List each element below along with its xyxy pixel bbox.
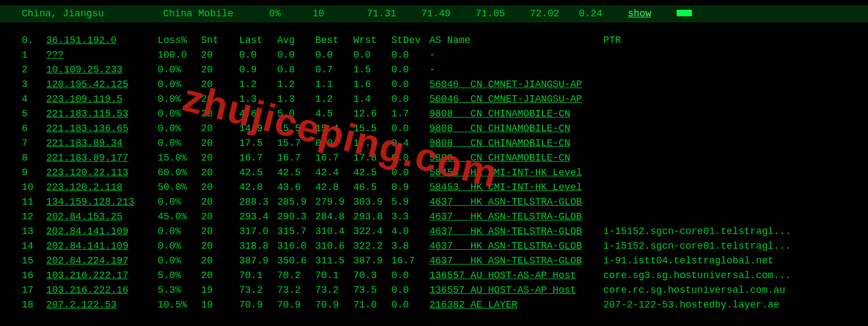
hop-last: 70.9 bbox=[239, 298, 277, 312]
hop-row: 15202.84.224.1970.0%20387.9350.6311.5387… bbox=[0, 254, 868, 268]
col-ip[interactable]: 36.151.192.0 bbox=[46, 33, 158, 48]
hop-avg: 73.2 bbox=[277, 283, 315, 298]
summary-wrst: 72.02 bbox=[530, 7, 579, 21]
hop-snt: 20 bbox=[201, 77, 239, 92]
hop-stdev: 3.3 bbox=[391, 210, 429, 224]
summary-stdev: 0.24 bbox=[579, 7, 628, 21]
hop-stdev: 0.0 bbox=[391, 63, 429, 77]
hop-snt: 20 bbox=[201, 107, 239, 121]
hop-as[interactable]: 4637 HK ASN-TELSTRA-GLOB bbox=[429, 254, 603, 268]
hop-as[interactable]: 4637 HK ASN-TELSTRA-GLOB bbox=[429, 195, 603, 210]
hop-best: 1.1 bbox=[315, 77, 353, 92]
hop-last: 42.8 bbox=[239, 180, 277, 195]
hop-stdev: 0.0 bbox=[391, 298, 429, 312]
hop-loss: 0.0% bbox=[158, 77, 201, 92]
hop-snt: 20 bbox=[201, 254, 239, 268]
hop-row: 14202.84.141.1090.0%20318.8316.0310.6322… bbox=[0, 239, 868, 254]
hop-as[interactable]: 9808 CN CHINAMOBILE-CN bbox=[429, 151, 603, 165]
hop-ip[interactable]: 221.183.89.34 bbox=[46, 136, 158, 151]
hop-loss: 0.0% bbox=[158, 121, 201, 136]
hop-stdev: 0.0 bbox=[391, 283, 429, 298]
hop-ip[interactable]: 202.84.153.25 bbox=[46, 210, 158, 224]
hop-last: 293.4 bbox=[239, 210, 277, 224]
hop-index: 3 bbox=[0, 77, 46, 92]
hop-as[interactable]: 9808 CN CHINAMOBILE-CN bbox=[429, 121, 603, 136]
hop-wrst: 42.5 bbox=[353, 165, 391, 180]
show-link[interactable]: show bbox=[628, 7, 677, 21]
hop-ip[interactable]: 10.109.25.233 bbox=[46, 63, 158, 77]
hop-loss: 10.5% bbox=[158, 298, 201, 312]
hop-row: 16103.216.222.175.0%2070.170.270.170.30.… bbox=[0, 268, 868, 283]
hop-as[interactable]: 4637 HK ASN-TELSTRA-GLOB bbox=[429, 239, 603, 254]
col-loss: Loss% bbox=[158, 33, 201, 48]
hop-ip[interactable]: 221.183.89.177 bbox=[46, 151, 158, 165]
hop-stdev: 4.0 bbox=[391, 224, 429, 239]
hop-wrst: 0.0 bbox=[353, 48, 391, 63]
hop-snt: 20 bbox=[201, 268, 239, 283]
col-last: Last bbox=[239, 33, 277, 48]
hop-ip[interactable]: 103.216.222.17 bbox=[46, 268, 158, 283]
hop-ip[interactable]: 202.84.141.109 bbox=[46, 224, 158, 239]
hop-ip[interactable]: 223.109.119.5 bbox=[46, 92, 158, 107]
hop-best: 4.5 bbox=[315, 107, 353, 121]
hop-ip[interactable]: 223.120.22.113 bbox=[46, 165, 158, 180]
hop-ip[interactable]: 134.159.128.213 bbox=[46, 195, 158, 210]
hop-last: 14.9 bbox=[239, 121, 277, 136]
hop-last: 0.0 bbox=[239, 48, 277, 63]
hop-as[interactable]: 58453 HK CMI-INT-HK Level bbox=[429, 165, 603, 180]
hop-wrst: 70.3 bbox=[353, 268, 391, 283]
hop-stdev: 0.0 bbox=[391, 268, 429, 283]
hop-as[interactable]: 58453 HK CMI-INT-HK Level bbox=[429, 180, 603, 195]
hop-last: 16.7 bbox=[239, 151, 277, 165]
hop-ip[interactable]: 202.84.141.109 bbox=[46, 239, 158, 254]
hop-loss: 0.0% bbox=[158, 224, 201, 239]
hop-ip[interactable]: 207.2.122.53 bbox=[46, 298, 158, 312]
hop-stdev: 0.0 bbox=[391, 165, 429, 180]
hop-as[interactable]: 4637 HK ASN-TELSTRA-GLOB bbox=[429, 210, 603, 224]
hop-avg: 315.7 bbox=[277, 224, 315, 239]
hop-best: 0.0 bbox=[315, 48, 353, 63]
hops-list: 1???100.0200.00.00.00.00.0-210.109.25.23… bbox=[0, 48, 868, 312]
hop-index: 10 bbox=[0, 180, 46, 195]
col-avg: Avg bbox=[277, 33, 315, 48]
hop-as[interactable]: 9808 CN CHINAMOBILE-CN bbox=[429, 107, 603, 121]
hop-loss: 0.0% bbox=[158, 239, 201, 254]
hop-snt: 19 bbox=[201, 283, 239, 298]
hop-best: 310.6 bbox=[315, 239, 353, 254]
hop-wrst: 73.5 bbox=[353, 283, 391, 298]
hop-stdev: 5.9 bbox=[391, 195, 429, 210]
hop-as[interactable]: 9808 CN CHINAMOBILE-CN bbox=[429, 136, 603, 151]
hop-as[interactable]: 4637 HK ASN-TELSTRA-GLOB bbox=[429, 224, 603, 239]
summary-best: 71.05 bbox=[476, 7, 530, 21]
hop-loss: 0.0% bbox=[158, 63, 201, 77]
hop-avg: 15.7 bbox=[277, 136, 315, 151]
hop-ptr: 207-2-122-53.hostedby.layer.ae bbox=[603, 298, 868, 312]
hop-loss: 0.0% bbox=[158, 107, 201, 121]
hop-ip[interactable]: 202.84.224.197 bbox=[46, 254, 158, 268]
hop-snt: 20 bbox=[201, 92, 239, 107]
hop-ip[interactable]: 221.183.136.65 bbox=[46, 121, 158, 136]
hop-ip[interactable]: 223.120.2.118 bbox=[46, 180, 158, 195]
hop-as[interactable]: 216382 AE LAYER bbox=[429, 298, 603, 312]
hop-snt: 20 bbox=[201, 151, 239, 165]
hop-ip[interactable]: 120.195.42.125 bbox=[46, 77, 158, 92]
col-ptr: PTR bbox=[603, 33, 868, 48]
hop-ip[interactable]: 103.216.222.16 bbox=[46, 283, 158, 298]
hop-ip[interactable]: ??? bbox=[46, 48, 158, 63]
col-snt: Snt bbox=[201, 33, 239, 48]
hop-ip[interactable]: 221.183.115.53 bbox=[46, 107, 158, 121]
hop-as[interactable]: 136557 AU HOST-AS-AP Host bbox=[429, 268, 603, 283]
hop-wrst: 15.5 bbox=[353, 121, 391, 136]
hop-index: 4 bbox=[0, 92, 46, 107]
hop-as[interactable]: 56046 CN CMNET-JIANGSU-AP bbox=[429, 77, 603, 92]
hop-stdev: 0.9 bbox=[391, 180, 429, 195]
hop-loss: 0.0% bbox=[158, 254, 201, 268]
hop-avg: 316.0 bbox=[277, 239, 315, 254]
hop-snt: 19 bbox=[201, 298, 239, 312]
summary-row: China, Jiangsu China Mobile 0% 10 71.31 … bbox=[0, 5, 868, 22]
hop-best: 70.9 bbox=[315, 298, 353, 312]
hop-wrst: 322.2 bbox=[353, 239, 391, 254]
hop-as[interactable]: 136557 AU HOST-AS-AP Host bbox=[429, 283, 603, 298]
hop-wrst: 12.6 bbox=[353, 107, 391, 121]
hop-as[interactable]: 56046 CN CMNET-JIANGSU-AP bbox=[429, 92, 603, 107]
